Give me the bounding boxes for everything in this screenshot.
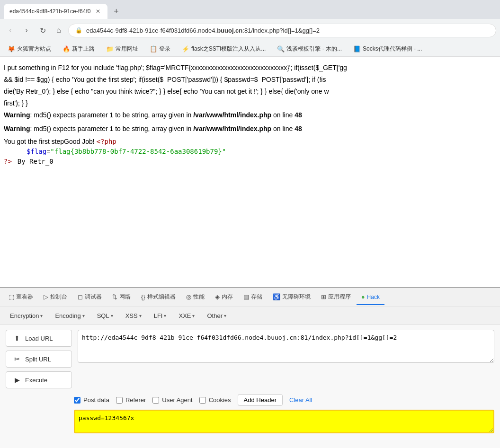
address-path: :81/index.php?id[]=1&gg[]=2 bbox=[242, 27, 320, 34]
bookmark-icon-socks: 📘 bbox=[353, 45, 361, 53]
url-input[interactable] bbox=[78, 330, 494, 363]
bookmark-huli[interactable]: 🦊 火狐官方站点 bbox=[4, 44, 55, 54]
referer-group: Referer bbox=[116, 396, 146, 404]
apps-label: 应用程序 bbox=[328, 293, 351, 301]
security-icon: 🔒 bbox=[75, 27, 82, 34]
flag-section: You got the first stepGood Job! <?php $f… bbox=[4, 137, 496, 167]
debugger-label: 调试器 bbox=[85, 293, 102, 301]
load-url-label: Load URL bbox=[25, 335, 53, 342]
add-header-button[interactable]: Add Header bbox=[238, 394, 283, 406]
storage-label: 存储 bbox=[251, 293, 262, 301]
address-bar[interactable]: 🔒 eda4544c-9df8-421b-91ce-f64f031dfd66.n… bbox=[68, 24, 496, 37]
reload-button[interactable]: ↻ bbox=[36, 24, 49, 37]
forward-button[interactable]: › bbox=[20, 24, 33, 37]
cookies-checkbox[interactable] bbox=[199, 397, 206, 404]
sql-label: SQL bbox=[97, 312, 109, 319]
hackbar-panel: Encryption ▾ Encoding ▾ SQL ▾ XSS ▾ LFI … bbox=[0, 307, 500, 439]
execute-button[interactable]: ▶ Execute bbox=[6, 371, 72, 388]
warning1-num: 48 bbox=[295, 111, 302, 119]
warning2-on: on line bbox=[271, 125, 295, 132]
bookmark-template[interactable]: 🔍 浅谈模板引擎 - 木的... bbox=[273, 44, 346, 54]
execute-label: Execute bbox=[25, 377, 47, 384]
devtools-tab-console[interactable]: ▷ 控制台 bbox=[39, 289, 72, 306]
new-tab-button[interactable]: + bbox=[109, 5, 123, 18]
xss-label: XSS bbox=[125, 312, 138, 319]
page-line2: && $id !== $gg) { echo 'You got the firs… bbox=[4, 75, 496, 85]
devtools-tab-storage[interactable]: ▤ 存储 bbox=[239, 289, 267, 306]
bookmark-socks[interactable]: 📘 Socks代理代码样例 - ... bbox=[349, 44, 426, 54]
devtools-tab-network[interactable]: ⇅ 网络 bbox=[107, 289, 135, 306]
memory-icon: ◈ bbox=[215, 293, 220, 300]
other-label: Other bbox=[207, 312, 223, 319]
network-label: 网络 bbox=[119, 293, 131, 301]
referer-label: Referer bbox=[125, 396, 146, 404]
php-close: ?> bbox=[4, 158, 12, 165]
post-data-checkbox[interactable] bbox=[74, 397, 80, 404]
devtools-tab-inspector[interactable]: ⬚ 查看器 bbox=[4, 289, 38, 306]
tab-title: eda4544c-9df8-421b-91ce-f64f0 bbox=[9, 8, 90, 15]
hackbar-menu-sql[interactable]: SQL ▾ bbox=[93, 310, 117, 322]
bookmark-common[interactable]: 📁 常用网址 bbox=[102, 44, 142, 54]
accessibility-icon: ♿ bbox=[273, 293, 280, 300]
devtools-tab-memory[interactable]: ◈ 内存 bbox=[210, 289, 238, 306]
devtools-tab-style[interactable]: {} 样式编辑器 bbox=[136, 289, 180, 306]
devtools-tab-apps[interactable]: ⊞ 应用程序 bbox=[316, 289, 356, 306]
referer-checkbox[interactable] bbox=[116, 397, 123, 404]
hackbar-menu-xss[interactable]: XSS ▾ bbox=[121, 310, 146, 322]
cookies-label: Cookies bbox=[209, 396, 231, 404]
php-open: <?php bbox=[97, 138, 116, 145]
console-icon: ▷ bbox=[44, 293, 48, 300]
bookmark-icon-common: 📁 bbox=[106, 45, 114, 53]
load-url-button[interactable]: ⬆ Load URL bbox=[6, 330, 72, 347]
bookmark-label-huli: 火狐官方站点 bbox=[17, 45, 51, 53]
execute-icon: ▶ bbox=[13, 376, 21, 384]
storage-icon: ▤ bbox=[243, 293, 249, 300]
post-data-input[interactable] bbox=[74, 410, 494, 433]
address-text: eda4544c-9df8-421b-91ce-f64f031dfd66.nod… bbox=[86, 27, 489, 34]
warning1-label: Warning bbox=[4, 111, 30, 119]
performance-label: 性能 bbox=[193, 293, 205, 301]
hackbar-menu-lfi[interactable]: LFI ▾ bbox=[150, 310, 171, 322]
options-row: Post data Referer User Agent Cookies Add… bbox=[0, 393, 500, 410]
user-agent-checkbox[interactable] bbox=[152, 397, 159, 404]
split-url-icon: ✂ bbox=[13, 355, 21, 363]
bookmark-label-login: 登录 bbox=[159, 45, 170, 53]
warning2: Warning: md5() expects parameter 1 to be… bbox=[4, 124, 496, 134]
devtools-panel: ⬚ 查看器 ▷ 控制台 ◻ 调试器 ⇅ 网络 {} 样式编辑器 ◎ 性能 ◈ 内… bbox=[0, 287, 500, 448]
memory-label: 内存 bbox=[222, 293, 233, 301]
active-tab[interactable]: eda4544c-9df8-421b-91ce-f64f0 ✕ bbox=[4, 4, 107, 19]
success-text: You got the first stepGood Job! bbox=[4, 138, 97, 145]
lfi-label: LFI bbox=[154, 312, 163, 319]
xxe-label: XXE bbox=[179, 312, 191, 319]
bookmark-login[interactable]: 📋 登录 bbox=[146, 44, 174, 54]
page-content: I put something in F12 for you include '… bbox=[0, 57, 500, 172]
bookmark-label-template: 浅谈模板引擎 - 木的... bbox=[286, 45, 342, 53]
home-button[interactable]: ⌂ bbox=[52, 24, 65, 37]
split-url-label: Split URL bbox=[25, 356, 51, 363]
hackbar-menu-encoding[interactable]: Encoding ▾ bbox=[51, 310, 89, 322]
page-line4: first'); } } bbox=[4, 98, 496, 108]
hackbar-post-area bbox=[0, 410, 500, 439]
encryption-label: Encryption bbox=[10, 312, 39, 319]
tab-close-button[interactable]: ✕ bbox=[94, 8, 102, 15]
bookmark-label-flask: flask之SSTI模版注入从入从... bbox=[191, 45, 266, 53]
devtools-tab-accessibility[interactable]: ♿ 无障碍环境 bbox=[268, 289, 315, 306]
by-line: By Retr_0 bbox=[18, 158, 54, 165]
nav-bar: ‹ › ↻ ⌂ 🔒 eda4544c-9df8-421b-91ce-f64f03… bbox=[0, 19, 500, 42]
devtools-tab-performance[interactable]: ◎ 性能 bbox=[181, 289, 209, 306]
devtools-tab-hackbar[interactable]: ● Hack bbox=[357, 290, 384, 305]
bookmark-label-newuser: 新手上路 bbox=[72, 45, 95, 53]
warning1-text: : md5() expects parameter 1 to be string… bbox=[30, 111, 193, 119]
hackbar-menu-encryption[interactable]: Encryption ▾ bbox=[6, 310, 47, 322]
style-icon: {} bbox=[141, 293, 145, 300]
hackbar-menu-other[interactable]: Other ▾ bbox=[203, 310, 231, 322]
back-button[interactable]: ‹ bbox=[4, 24, 17, 37]
bookmark-flask[interactable]: ⚡ flask之SSTI模版注入从入从... bbox=[178, 44, 269, 54]
flag-value: "flag{3b8bb778-0bf7-4722-8542-6aa308619b… bbox=[50, 148, 226, 155]
bookmarks-bar: 🦊 火狐官方站点 🔥 新手上路 📁 常用网址 📋 登录 ⚡ flask之SSTI… bbox=[0, 42, 500, 57]
split-url-button[interactable]: ✂ Split URL bbox=[6, 351, 72, 368]
devtools-tab-debugger[interactable]: ◻ 调试器 bbox=[73, 289, 107, 306]
hackbar-menu-xxe[interactable]: XXE ▾ bbox=[174, 310, 199, 322]
clear-all-button[interactable]: Clear All bbox=[289, 396, 312, 404]
bookmark-newuser[interactable]: 🔥 新手上路 bbox=[59, 44, 98, 54]
